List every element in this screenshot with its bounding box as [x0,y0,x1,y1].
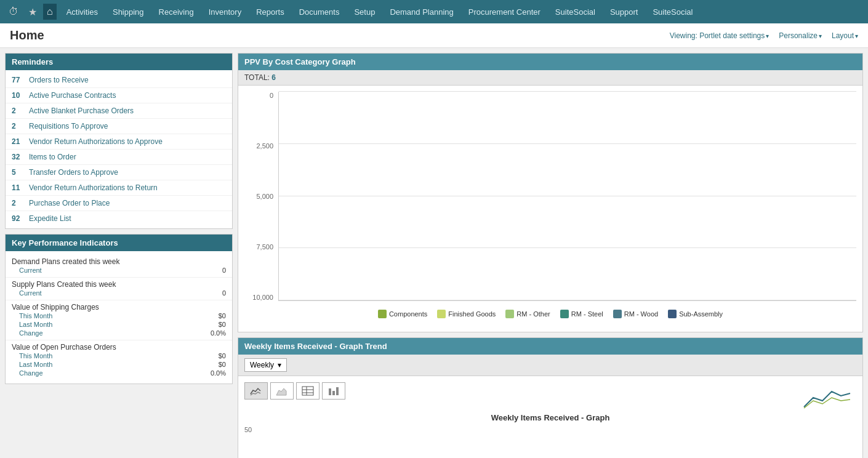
nav-links: Activities Shipping Receiving Inventory … [59,0,701,23]
area-chart-icon [275,385,289,396]
legend-sub-assembly: Sub-Assembly [668,310,723,318]
nav-demand-planning[interactable]: Demand Planning [382,0,460,23]
reminders-section: Reminders 77 Orders to Receive 10 Active… [5,53,233,229]
kpi-shipping-last-month: Last Month $0 [12,320,226,329]
reminder-expedite-list[interactable]: 92 Expedite List [6,211,232,226]
viewing-portlet-settings[interactable]: Viewing: Portlet date settings▾ [670,31,770,40]
kpi-section: Key Performance Indicators Demand Plans … [5,234,233,384]
legend-rm-steel: RM - Steel [560,310,603,318]
kpi-supply-plans: Supply Plans Created this week Current 0 [6,278,232,300]
chart-type-bar[interactable] [322,382,345,400]
kpi-demand-plans-current: Current 0 [12,266,226,275]
weekly-chart-controls [244,382,345,400]
legend-rm-wood-swatch [613,310,622,318]
layout-button[interactable]: Layout▾ [832,31,858,40]
left-panel: Reminders 77 Orders to Receive 10 Active… [5,53,233,458]
nav-suitesocial-1[interactable]: SuiteSocial [548,0,603,23]
ppv-chart-area [278,92,856,301]
kpi-supply-plans-title: Supply Plans Created this week [12,280,226,289]
reminder-active-purchase-contracts[interactable]: 10 Active Purchase Contracts [6,88,232,103]
reminder-list: 77 Orders to Receive 10 Active Purchase … [6,70,232,228]
legend-finished-goods: Finished Goods [437,310,496,318]
kpi-open-po-this-month: This Month $0 [12,352,226,360]
weekly-y-label: 50 [244,426,252,433]
weekly-dropdown-arrow: ▾ [278,361,281,369]
kpi-shipping-charges-title: Value of Shipping Charges [12,303,226,311]
personalize-button[interactable]: Personalize▾ [779,31,822,40]
ppv-graph-total: TOTAL: 6 [238,70,862,86]
kpi-open-po-change: Change 0.0% [12,369,226,377]
reminder-requisitions-approve[interactable]: 2 Requisitions To Approve [6,119,232,134]
reminder-items-to-order[interactable]: 32 Items to Order [6,150,232,165]
weekly-preview [801,382,856,413]
home-icon[interactable]: ⌂ [43,4,57,20]
right-panel: PPV By Cost Category Graph TOTAL: 6 10,0… [238,53,863,458]
ppv-legend: Components Finished Goods RM - Other [244,302,856,326]
reminders-header: Reminders [6,54,232,70]
weekly-graph-title: Weekly Items Received - Graph [244,413,856,422]
bar-chart-icon [327,385,340,396]
kpi-shipping-this-month: This Month $0 [12,311,226,320]
history-icon[interactable]: ⏱ [5,4,22,20]
table-icon [301,385,315,396]
chart-type-table[interactable] [296,382,319,400]
legend-components: Components [378,310,427,318]
nav-shipping[interactable]: Shipping [105,0,151,23]
weekly-items-section: Weekly Items Received - Graph Trend Week… [238,337,863,458]
legend-finished-goods-swatch [437,310,446,318]
ppv-graph-section: PPV By Cost Category Graph TOTAL: 6 10,0… [238,53,863,332]
favorites-icon[interactable]: ★ [25,4,41,20]
ppv-graph-header: PPV By Cost Category Graph [238,54,862,70]
ppv-total-value: 6 [271,73,276,82]
reminder-purchase-order-place[interactable]: 2 Purchase Order to Place [6,196,232,211]
nav-receiving[interactable]: Receiving [151,0,201,23]
reminder-transfer-orders-approve[interactable]: 5 Transfer Orders to Approve [6,165,232,180]
svg-rect-6 [332,391,335,395]
weekly-dropdown[interactable]: Weekly ▾ [244,358,287,372]
nav-procurement-center[interactable]: Procurement Center [461,0,548,23]
weekly-graph-row: 50 [244,425,856,433]
kpi-open-po: Value of Open Purchase Orders This Month… [6,340,232,380]
page-header: Home Viewing: Portlet date settings▾ Per… [0,23,868,48]
weekly-toolbar: Weekly ▾ [238,355,862,376]
reminder-vendor-return-return[interactable]: 11 Vendor Return Authorizations to Retur… [6,180,232,196]
nav-inventory[interactable]: Inventory [201,0,249,23]
ppv-y-axis: 10,000 7,500 5,000 2,500 0 [244,92,278,301]
kpi-demand-plans-title: Demand Plans created this week [12,257,226,266]
svg-marker-0 [276,388,286,395]
nav-documents[interactable]: Documents [292,0,347,23]
nav-reports[interactable]: Reports [249,0,292,23]
line-chart-icon [249,385,263,396]
kpi-shipping-charges: Value of Shipping Charges This Month $0 … [6,300,232,340]
ppv-graph-content: 10,000 7,500 5,000 2,500 0 [238,86,862,332]
chart-type-area[interactable] [270,382,294,400]
legend-rm-wood: RM - Wood [613,310,658,318]
legend-rm-other: RM - Other [505,310,550,318]
nav-suitesocial-2[interactable]: SuiteSocial [645,0,700,23]
kpi-list: Demand Plans created this week Current 0… [6,251,232,384]
page-header-controls: Viewing: Portlet date settings▾ Personal… [670,31,858,40]
reminder-vendor-return-approve[interactable]: 21 Vendor Return Authorizations to Appro… [6,134,232,150]
weekly-header: Weekly Items Received - Graph Trend [238,338,862,355]
main-content: Reminders 77 Orders to Receive 10 Active… [0,48,868,458]
ppv-bar-chart: 10,000 7,500 5,000 2,500 0 [244,92,856,326]
weekly-content: Weekly Items Received - Graph 50 [238,376,862,458]
weekly-preview-chart [801,382,856,413]
nav-setup[interactable]: Setup [347,0,382,23]
kpi-open-po-last-month: Last Month $0 [12,360,226,369]
reminder-active-blanket-po[interactable]: 2 Active Blanket Purchase Orders [6,103,232,119]
weekly-graph-area: Weekly Items Received - Graph 50 [244,413,856,458]
top-navigation: ⏱ ★ ⌂ Activities Shipping Receiving Inve… [0,0,868,23]
svg-rect-1 [302,387,313,395]
nav-support[interactable]: Support [603,0,646,23]
nav-activities[interactable]: Activities [59,0,105,23]
kpi-supply-plans-current: Current 0 [12,289,226,297]
reminder-orders-to-receive[interactable]: 77 Orders to Receive [6,73,232,88]
weekly-dropdown-label: Weekly [250,361,274,369]
svg-rect-5 [329,388,331,395]
kpi-header: Key Performance Indicators [6,235,232,251]
page-title: Home [10,28,44,42]
kpi-shipping-change: Change 0.0% [12,329,226,337]
chart-type-line[interactable] [244,382,268,400]
ppv-bars [279,92,856,300]
